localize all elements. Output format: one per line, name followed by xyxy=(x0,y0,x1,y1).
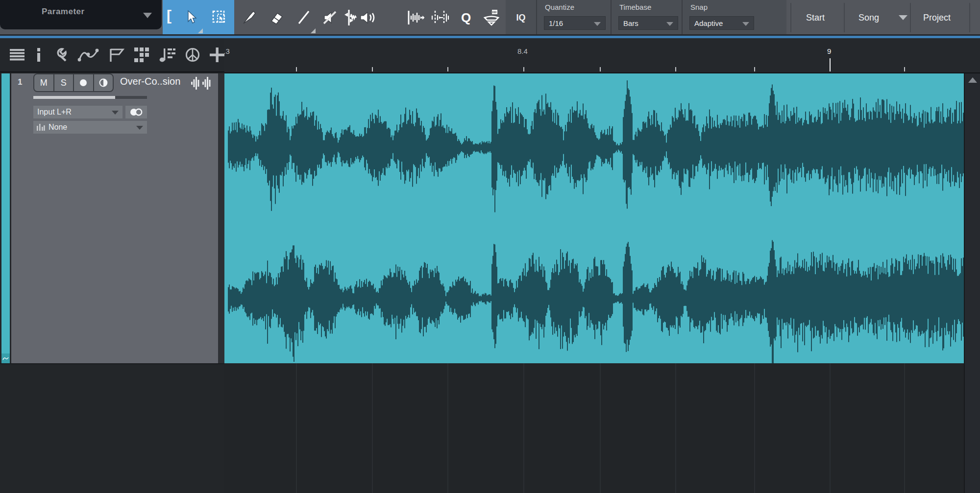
automation-toggle[interactable] xyxy=(1,353,10,363)
snap-value-dropdown[interactable]: Adaptive xyxy=(689,16,754,30)
studio-one-window: Parameter [ xyxy=(0,0,980,493)
input-label: Input L+R xyxy=(37,108,72,117)
divider xyxy=(910,3,911,32)
song-page-button[interactable]: Song xyxy=(858,0,879,35)
divider xyxy=(844,3,845,32)
grid-blocks-icon xyxy=(134,47,149,62)
automation-button[interactable] xyxy=(77,45,99,65)
track-number: 1 xyxy=(18,77,22,87)
track-name[interactable]: Over-Co..sion xyxy=(120,76,180,87)
info-icon xyxy=(37,48,41,62)
quantize-q-icon: Q xyxy=(461,10,471,25)
mute-tool-button[interactable] xyxy=(318,0,343,35)
ruler-tick xyxy=(600,67,601,71)
track-list-toolbar xyxy=(0,38,224,72)
listen-tool-button[interactable] xyxy=(356,0,380,35)
ruler-tick xyxy=(447,67,448,71)
snap-label: Snap xyxy=(690,3,708,11)
ruler-tick xyxy=(296,67,297,71)
divider xyxy=(969,3,970,32)
scroll-up-arrow[interactable] xyxy=(968,77,977,83)
start-page-button[interactable]: Start xyxy=(806,0,825,35)
speaker-icon xyxy=(359,9,377,26)
grid-line xyxy=(296,363,297,493)
input-quantize-button[interactable]: IQ xyxy=(506,0,536,35)
tool-group-bracket-icon: [ xyxy=(167,8,172,23)
eraser-tool-button[interactable] xyxy=(265,0,289,35)
grid-line xyxy=(372,363,373,493)
track-button-group: M S xyxy=(33,73,114,92)
timebase-section: Timebase Bars xyxy=(611,0,682,35)
clock-peace-icon xyxy=(185,47,200,62)
transient-bars-icon xyxy=(406,9,425,26)
insert-select-dropdown[interactable]: None xyxy=(33,121,147,134)
ruler-tick xyxy=(675,67,676,71)
record-circle-icon xyxy=(79,79,87,87)
audio-track-icon xyxy=(191,77,212,90)
macros-button[interactable] xyxy=(479,0,504,35)
start-label: Start xyxy=(806,13,825,23)
split-tool-button[interactable] xyxy=(237,0,262,35)
input-select-dropdown[interactable]: Input L+R xyxy=(33,106,122,118)
quantize-panel-button[interactable]: Q xyxy=(455,0,477,35)
snap-section: Snap Adaptive xyxy=(682,0,786,35)
ruler-tick xyxy=(904,67,905,71)
record-arm-button[interactable] xyxy=(74,74,94,91)
mute-label: M xyxy=(40,78,48,88)
macros-icon xyxy=(483,9,500,26)
tempo-track-button[interactable] xyxy=(185,45,200,65)
monitor-icon xyxy=(99,78,108,87)
project-page-button[interactable]: Project xyxy=(923,0,951,35)
muted-speaker-icon xyxy=(322,9,340,26)
grid-line xyxy=(904,363,905,493)
track-info-button[interactable] xyxy=(34,45,43,65)
grid-line xyxy=(600,363,601,493)
audio-event-region[interactable] xyxy=(224,73,964,363)
note-list-icon xyxy=(159,47,175,62)
selected-tool-group: [ xyxy=(163,0,234,35)
ruler-tick xyxy=(523,67,524,71)
vertical-scrollbar[interactable] xyxy=(964,73,980,493)
track-list-menu-button[interactable] xyxy=(10,45,24,65)
mute-button[interactable]: M xyxy=(34,74,54,91)
grid-line xyxy=(523,363,524,493)
timebase-label: Timebase xyxy=(619,3,651,11)
grid-line xyxy=(447,363,448,493)
stereo-circles-icon xyxy=(130,108,143,116)
divider xyxy=(790,3,791,32)
track-settings-button[interactable] xyxy=(53,45,68,65)
automation-curve-icon xyxy=(77,48,99,62)
paint-tool-button[interactable] xyxy=(292,0,317,35)
marker-track-button[interactable] xyxy=(109,45,124,65)
stereo-mono-toggle[interactable] xyxy=(125,106,147,118)
note-fx-button[interactable] xyxy=(159,45,175,65)
pattern-button[interactable] xyxy=(134,45,149,65)
mixer-bars-icon xyxy=(36,124,45,131)
song-dropdown-chevron[interactable] xyxy=(899,15,907,20)
volume-slider[interactable] xyxy=(33,96,147,99)
arrow-cursor-icon xyxy=(184,10,198,25)
plus-icon xyxy=(210,47,224,62)
ruler-tick xyxy=(372,67,373,71)
parameter-dropdown[interactable]: Parameter xyxy=(0,0,162,29)
ruler-label: 9 xyxy=(827,47,831,55)
timebase-value: Bars xyxy=(623,19,638,27)
grid-line xyxy=(754,363,755,493)
arrow-tool-button[interactable] xyxy=(178,0,204,35)
divider xyxy=(218,73,224,363)
chevron-down-icon xyxy=(594,22,601,26)
add-track-button[interactable] xyxy=(210,45,224,65)
timestretch-button[interactable] xyxy=(429,0,453,35)
track-color-strip[interactable] xyxy=(1,73,10,363)
track-header[interactable]: 1 M S xyxy=(11,73,218,363)
audio-bend-button[interactable] xyxy=(404,0,427,35)
hamburger-menu-icon xyxy=(10,49,24,61)
ruler-tick xyxy=(754,67,755,71)
range-tool-button[interactable] xyxy=(207,0,232,35)
quantize-value-dropdown[interactable]: 1/16 xyxy=(544,16,606,30)
monitor-button[interactable] xyxy=(94,74,113,91)
grid-line xyxy=(675,363,676,493)
timeline-ruler[interactable]: 8.38.49 xyxy=(224,38,980,73)
timebase-value-dropdown[interactable]: Bars xyxy=(618,16,678,30)
solo-button[interactable]: S xyxy=(54,74,74,91)
